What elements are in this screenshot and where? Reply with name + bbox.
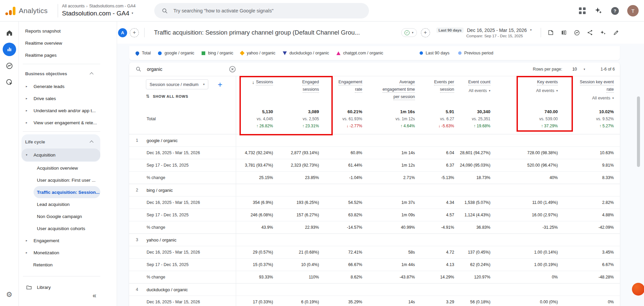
insights-sparkle-icon[interactable] bbox=[600, 29, 606, 36]
breadcrumb-root[interactable]: All accounts bbox=[62, 4, 85, 9]
sidebar-item-business-objectives[interactable]: Business objectives bbox=[21, 67, 100, 80]
expand-arrow-icon[interactable]: ▸ bbox=[26, 85, 29, 88]
advertising-icon[interactable] bbox=[3, 76, 16, 89]
event-scope-selector[interactable]: All events▾ bbox=[592, 96, 614, 100]
legend-item-total[interactable]: Total bbox=[136, 51, 151, 55]
metric-value: 22.93% bbox=[305, 225, 319, 230]
legend-item-last-90-days[interactable]: Last 90 days bbox=[420, 51, 449, 55]
data-quality-badge[interactable]: ✓ ▾ bbox=[401, 28, 417, 37]
add-secondary-dimension-button[interactable]: + bbox=[218, 80, 222, 89]
expand-arrow-icon[interactable]: ▸ bbox=[26, 97, 29, 100]
reports-icon[interactable] bbox=[3, 43, 16, 56]
sidebar-item-realtime-overview[interactable]: Realtime overview bbox=[21, 37, 100, 49]
global-search-bar[interactable] bbox=[154, 3, 369, 18]
sidebar-item-generate-leads[interactable]: ▸Generate leads bbox=[21, 80, 100, 92]
sidebar-item-realtime-pages[interactable]: Realtime pages bbox=[21, 49, 100, 61]
breadcrumb-property[interactable]: Stadsolutions.com - GA4 bbox=[89, 4, 136, 9]
expand-arrow-icon[interactable]: ▸ bbox=[26, 239, 29, 242]
table-group-row-bing-organic[interactable]: 2bing / organic bbox=[129, 184, 620, 196]
total-change-value: ↑ 19.68% bbox=[474, 124, 490, 128]
home-icon[interactable] bbox=[3, 26, 16, 40]
legend-item-google-organic[interactable]: google / organic bbox=[158, 51, 194, 55]
column-header-engagement-rate[interactable]: Engagementrate bbox=[319, 76, 362, 103]
sidebar-item-engagement[interactable]: ▸Engagement bbox=[21, 234, 100, 247]
column-header-label: Session key event bbox=[580, 80, 614, 85]
legend-item-yahoo-organic[interactable]: yahoo / organic bbox=[240, 51, 275, 55]
column-header-key-events[interactable]: Key eventsAll events▾ bbox=[490, 76, 558, 103]
edit-pencil-icon[interactable] bbox=[613, 29, 620, 36]
sidebar-item-non-google-campaign[interactable]: Non Google campaign bbox=[34, 210, 100, 222]
legend-item-duckduckgo-organic[interactable]: duckduckgo / organic bbox=[283, 51, 329, 55]
sidebar-item-acquisition-overview[interactable]: Acquisition overview bbox=[34, 162, 100, 174]
property-selector[interactable]: Stadsolution.com - GA4 ▾ bbox=[62, 9, 136, 17]
sidebar-item-life-cycle[interactable]: Life cycle bbox=[21, 135, 100, 148]
expand-arrow-icon[interactable]: ▸ bbox=[26, 109, 29, 112]
collapse-sidebar-icon[interactable]: « bbox=[93, 292, 625, 301]
clear-search-icon[interactable] bbox=[229, 65, 236, 73]
legend-item-chatgpt-com-organic[interactable]: chatgpt.com / organic bbox=[336, 51, 383, 55]
sidebar-item-acquisition[interactable]: ▾Acquisition bbox=[21, 148, 100, 161]
page-scrollbar-thumb[interactable] bbox=[637, 96, 640, 167]
ab-compare-icon[interactable] bbox=[560, 29, 567, 36]
table-search[interactable] bbox=[136, 65, 236, 73]
gemini-sparkle-icon[interactable] bbox=[594, 6, 603, 15]
legend-item-previous-period[interactable]: Previous period bbox=[458, 51, 493, 55]
add-report-button[interactable]: + bbox=[130, 28, 139, 37]
expand-arrow-icon[interactable]: ▸ bbox=[26, 121, 29, 124]
explore-icon[interactable] bbox=[3, 59, 16, 73]
column-header-event-count[interactable]: Event countAll events▾ bbox=[454, 76, 490, 103]
event-scope-selector[interactable]: All events▾ bbox=[469, 88, 490, 93]
chevron-up-icon[interactable] bbox=[90, 72, 93, 76]
metric-value: 1m 37s bbox=[401, 200, 415, 205]
expand-arrow-icon[interactable]: ▸ bbox=[26, 251, 29, 254]
help-icon[interactable]: ? bbox=[611, 7, 619, 15]
chevron-down-icon[interactable]: ▾ bbox=[584, 68, 585, 71]
sidebar-item-retention[interactable]: Retention bbox=[21, 259, 100, 271]
table-group-row-google-organic[interactable]: 1google / organic bbox=[129, 134, 620, 146]
table-period-row: Dec 16, 2025 - Mar 15, 202629 (0.57%)21 … bbox=[129, 246, 620, 258]
event-scope-selector[interactable]: All events▾ bbox=[536, 88, 558, 93]
show-all-rows-button[interactable]: ⇅ SHOW ALL ROWS bbox=[146, 94, 236, 99]
admin-gear-icon[interactable]: ⚙ bbox=[6, 291, 12, 299]
legend-item-bing-organic[interactable]: bing / organic bbox=[202, 51, 233, 55]
add-comparison-button[interactable]: + bbox=[421, 28, 430, 37]
sidebar-item-understand-web-and-or-app-t[interactable]: ▸Understand web and/or app t... bbox=[21, 104, 100, 117]
column-header-engaged-sessions[interactable]: Engagedsessions bbox=[273, 76, 319, 103]
chevron-up-icon[interactable] bbox=[90, 140, 93, 144]
sidebar-item-view-user-engagement-rete[interactable]: ▸View user engagement & rete... bbox=[21, 117, 100, 129]
insights-circle-icon[interactable] bbox=[574, 29, 580, 36]
metric-cell: 1m 44s bbox=[362, 259, 415, 271]
share-icon[interactable] bbox=[587, 29, 593, 36]
account-avatar[interactable]: T bbox=[627, 5, 639, 16]
sidebar-item-lead-acquisition[interactable]: Lead acquisition bbox=[34, 198, 100, 210]
sort-desc-icon[interactable]: ↓ bbox=[252, 80, 255, 85]
table-group-row-yahoo-organic[interactable]: 3yahoo / organic bbox=[129, 233, 620, 246]
date-range-picker[interactable]: Last 90 days Dec 16, 2025 - Mar 15, 2026… bbox=[436, 28, 532, 38]
floating-badge[interactable] bbox=[632, 283, 644, 296]
sticky-note-icon[interactable] bbox=[547, 29, 554, 36]
sidebar-item-library[interactable]: Library bbox=[21, 281, 100, 293]
dimension-selector[interactable]: Session source / medium ▾ bbox=[146, 79, 208, 89]
total-value: 740.00 bbox=[544, 109, 558, 114]
sidebar-item-drive-sales[interactable]: ▸Drive sales bbox=[21, 92, 100, 104]
global-search-input[interactable] bbox=[173, 8, 365, 14]
column-header-sessions[interactable]: ↓Sessions bbox=[236, 76, 273, 103]
column-header-average-engagement-time-per-session[interactable]: Averageengagement timeper session bbox=[362, 76, 415, 103]
column-header-events-per-session[interactable]: Events persession bbox=[415, 76, 454, 103]
sidebar-item-user-acquisition-first-user[interactable]: User acquisition: First user ... bbox=[34, 174, 100, 186]
column-header-session-key-event-rate[interactable]: Session key eventrateAll events▾ bbox=[558, 76, 614, 103]
apps-grid-icon[interactable] bbox=[579, 7, 586, 14]
table-period-row: Sep 17 - Dec 15, 2025246 (6.08%)157 (6.2… bbox=[129, 209, 620, 221]
analytics-logo[interactable]: Analytics bbox=[0, 6, 48, 15]
sidebar-item-monetization[interactable]: ▸Monetization bbox=[21, 247, 100, 259]
metric-cell: 15 (0.37%) bbox=[236, 259, 273, 271]
rows-per-page-value[interactable]: 10 bbox=[572, 67, 577, 72]
sidebar-item-traffic-acquisition-session[interactable]: Traffic acquisition: Session... bbox=[34, 186, 100, 198]
collapse-arrow-icon[interactable]: ▾ bbox=[26, 153, 29, 157]
table-search-input[interactable] bbox=[146, 66, 207, 72]
sidebar-item-reports-snapshot[interactable]: Reports snapshot bbox=[21, 25, 100, 37]
table-period-row: % change43.9%22.93%-14.57%40.99%-4.91%36… bbox=[129, 221, 620, 233]
sidebar-item-user-acquisition-cohorts[interactable]: User acquisition cohorts bbox=[34, 222, 100, 234]
metric-value: -14.57% bbox=[347, 225, 362, 230]
workspace-avatar[interactable]: A bbox=[118, 28, 127, 37]
